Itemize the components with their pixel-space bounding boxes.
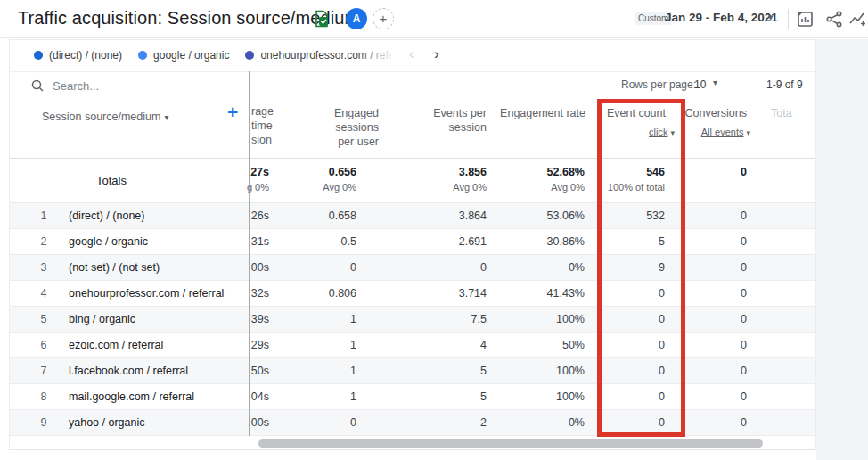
table-row[interactable]: 2google / organic31s0.52.69130.86%50 (10, 229, 815, 255)
row-engaged-sessions: 1 (267, 307, 356, 333)
legend-prev-icon[interactable]: ‹ (409, 45, 414, 63)
row-event-count: 532 (576, 203, 665, 229)
search-input[interactable] (53, 76, 231, 95)
row-events-per-session: 7.5 (397, 307, 487, 333)
row-index: 6 (35, 333, 53, 358)
row-engagement-rate: 100% (495, 384, 585, 410)
row-engaged-sessions: 1 (267, 333, 356, 358)
legend-dot-icon (34, 51, 43, 60)
legend-chip[interactable]: google / organic (138, 49, 229, 62)
row-conversions: 0 (658, 307, 747, 333)
table-row[interactable]: 4onehourprofessor.com / referral32s0.806… (10, 281, 815, 307)
totals-avg-time-sub: g 0% (205, 182, 269, 193)
row-events-per-session: 4 (397, 333, 487, 358)
totals-label: Totals (96, 174, 127, 187)
legend-chips: (direct) / (none)google / organiconehour… (9, 39, 392, 71)
row-index: 7 (35, 358, 53, 384)
row-conversions: 0 (658, 358, 747, 384)
row-conversions: 0 (658, 410, 747, 436)
app-header: Traffic acquisition: Session source/medi… (0, 0, 868, 38)
column-header-events-per-session[interactable]: Events per session (397, 106, 487, 135)
row-engaged-sessions: 0.806 (267, 281, 356, 307)
row-event-count: 0 (576, 281, 665, 307)
row-engagement-rate: 100% (495, 307, 585, 333)
table-row[interactable]: 1(direct) / (none)26s0.6583.86453.06%532… (10, 203, 815, 229)
row-events-per-session: 2.691 (397, 229, 487, 255)
totals-engagement-rate: 52.68% (495, 166, 585, 178)
column-header-event-count[interactable]: Event count (577, 106, 666, 120)
row-engaged-sessions: 0.5 (267, 229, 356, 255)
pagination-range: 1-9 of 9 (766, 78, 803, 91)
row-conversions: 0 (658, 333, 747, 358)
date-caret-icon: ▾ (768, 12, 774, 23)
row-index: 8 (35, 384, 53, 410)
row-index: 5 (35, 307, 53, 333)
legend-chip-label: google / organic (153, 49, 229, 62)
conversions-filter-dropdown[interactable]: All events▾ (661, 127, 750, 137)
share-icon[interactable] (825, 10, 844, 29)
table-row[interactable]: 5bing / organic39s17.5100%00 (10, 307, 815, 333)
row-source-medium: onehourprofessor.com / referral (69, 281, 224, 307)
row-source-medium: (not set) / (not set) (69, 255, 160, 281)
table-row[interactable]: 7l.facebook.com / referral50s15100%00 (10, 358, 815, 384)
table-row[interactable]: 8mail.google.com / referral04s15100%00 (10, 384, 815, 410)
row-source-medium: yahoo / organic (69, 410, 144, 436)
row-engagement-rate: 0% (495, 410, 585, 436)
table-row[interactable]: 9yahoo / organic00s020%00 (10, 410, 815, 436)
table-row[interactable]: 3(not set) / (not set)00s000%90 (10, 255, 815, 281)
page-background-panel (816, 39, 868, 460)
add-column-button[interactable]: + (227, 105, 238, 119)
row-event-count: 0 (576, 333, 665, 358)
row-avg-time: 32s (205, 281, 269, 307)
row-events-per-session: 5 (397, 384, 487, 410)
column-header-conversions[interactable]: Conversions (658, 106, 747, 120)
dimension-header-dropdown[interactable]: Session source/medium▾ (42, 110, 168, 125)
legend-chip[interactable]: (direct) / (none) (34, 49, 122, 62)
totals-event-count: 546 (576, 166, 665, 178)
table-rows: 1(direct) / (none)26s0.6583.86453.06%532… (10, 203, 815, 436)
totals-events-per-session-sub: Avg 0% (397, 182, 487, 193)
row-avg-time: 39s (205, 307, 269, 333)
row-events-per-session: 3.864 (397, 203, 487, 229)
row-conversions: 0 (658, 203, 747, 229)
row-engaged-sessions: 1 (267, 384, 356, 410)
legend-dot-icon (138, 51, 147, 60)
row-event-count: 0 (576, 410, 665, 436)
row-source-medium: ezoic.com / referral (69, 333, 163, 358)
row-index: 2 (35, 229, 53, 255)
row-source-medium: (direct) / (none) (69, 203, 144, 229)
row-engaged-sessions: 0 (267, 255, 356, 281)
totals-engaged-sessions-sub: Avg 0% (267, 182, 356, 193)
column-header-avg-engagement-time[interactable]: rage time sion (251, 104, 274, 147)
row-events-per-session: 3.714 (397, 281, 487, 307)
row-engagement-rate: 41.43% (495, 281, 585, 307)
row-avg-time: 04s (205, 384, 269, 410)
legend-next-icon[interactable]: › (434, 45, 439, 63)
column-header-engagement-rate[interactable]: Engagement rate (496, 106, 585, 120)
table-row[interactable]: 6ezoic.com / referral29s1450%00 (10, 333, 815, 358)
insights-icon[interactable] (848, 10, 867, 29)
header-divider (788, 9, 789, 29)
doc-check-icon (314, 10, 330, 31)
edit-report-icon[interactable] (796, 10, 815, 29)
add-comparison-button[interactable]: + (373, 8, 394, 29)
row-avg-time: 00s (205, 410, 269, 436)
row-event-count: 5 (576, 229, 665, 255)
rows-per-page-label: Rows per page: (621, 78, 696, 91)
avatar[interactable]: A (346, 8, 367, 29)
page-title: Traffic acquisition: Session source/medi… (18, 8, 359, 29)
row-event-count: 9 (576, 255, 665, 281)
row-avg-time: 26s (205, 203, 269, 229)
legend-dot-icon (245, 51, 254, 60)
row-conversions: 0 (658, 229, 747, 255)
totals-avg-time: 27s (205, 166, 269, 178)
date-range-picker[interactable]: Jan 29 - Feb 4, 2021 (665, 11, 778, 24)
row-avg-time: 29s (205, 333, 269, 358)
horizontal-scrollbar-thumb[interactable] (258, 439, 763, 448)
row-conversions: 0 (658, 255, 747, 281)
ga4-traffic-acquisition-screen: Traffic acquisition: Session source/medi… (0, 0, 868, 460)
rows-per-page-caret-icon: ▾ (713, 78, 717, 87)
column-resize-divider[interactable] (249, 71, 250, 436)
row-events-per-session: 2 (397, 410, 487, 436)
column-header-engaged-sessions[interactable]: Engaged sessions per user (290, 106, 379, 149)
